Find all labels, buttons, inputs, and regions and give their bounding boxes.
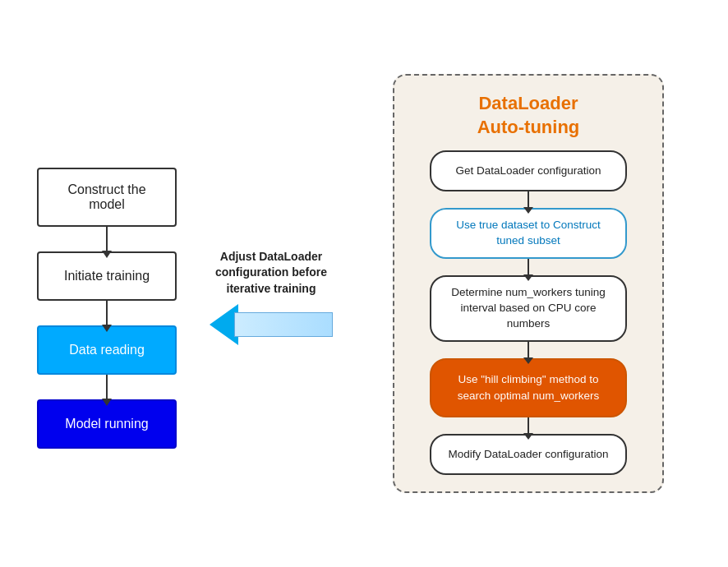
left-column: Construct the model Initiate training Da…: [25, 168, 189, 449]
dl-step1-box: Get DataLoader configuration: [430, 150, 627, 191]
dl-arrow-3: [528, 342, 529, 358]
right-column: DataLoader Auto-tuning Get DataLoader co…: [353, 74, 703, 493]
dl-step5-box: Modify DataLoader configuration: [430, 434, 627, 475]
dl-step1-label: Get DataLoader configuration: [455, 164, 601, 179]
model-running-label: Model running: [65, 417, 148, 431]
arrow-construct-to-initiate: [106, 227, 108, 251]
dl-step4-box: Use "hill climbing" method to search opt…: [430, 358, 627, 418]
dl-arrow-4: [528, 417, 529, 434]
dl-step5-label: Modify DataLoader configuration: [448, 447, 608, 463]
middle-section: Adjust DataLoader configuration before i…: [189, 249, 353, 343]
adjust-label: Adjust DataLoader configuration before i…: [215, 249, 327, 297]
arrow-body: [234, 312, 333, 337]
arrow-data-to-model: [106, 375, 108, 399]
initiate-training-box: Initiate training: [37, 251, 177, 301]
dl-step3-label: Determine num_workers tuning interval ba…: [445, 285, 612, 332]
construct-model-box: Construct the model: [37, 168, 177, 227]
dataloader-title: DataLoader Auto-tuning: [477, 92, 580, 139]
dl-arrow-1: [528, 191, 529, 208]
initiate-training-label: Initiate training: [64, 269, 150, 284]
dl-step2-label: Use true dataset to Construct tuned subs…: [445, 218, 612, 249]
data-reading-box: Data reading: [37, 325, 177, 375]
model-running-box: Model running: [37, 399, 177, 449]
dl-step4-label: Use "hill climbing" method to search opt…: [445, 371, 612, 405]
arrow-initiate-to-data: [106, 301, 108, 325]
dl-arrow-2: [528, 259, 529, 275]
dl-step3-box: Determine num_workers tuning interval ba…: [430, 275, 627, 342]
left-arrow-shape: [210, 307, 333, 343]
dl-step2-box: Use true dataset to Construct tuned subs…: [430, 208, 627, 259]
construct-model-label: Construct the model: [55, 182, 159, 212]
data-reading-label: Data reading: [69, 343, 145, 357]
dataloader-container: DataLoader Auto-tuning Get DataLoader co…: [393, 74, 664, 493]
diagram-container: Construct the model Initiate training Da…: [0, 0, 728, 567]
